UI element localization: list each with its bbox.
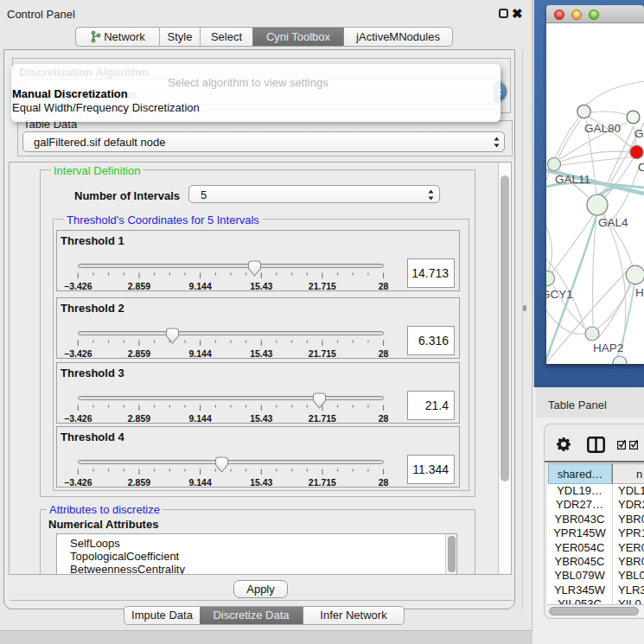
- svg-text:CR: CR: [638, 161, 644, 174]
- svg-text:GAL11: GAL11: [555, 173, 590, 186]
- svg-text:GA: GA: [634, 127, 644, 140]
- svg-text:GAL80: GAL80: [584, 122, 621, 135]
- svg-text:GAL4: GAL4: [598, 216, 628, 229]
- svg-text:HAP2: HAP2: [593, 341, 623, 354]
- svg-text:H: H: [635, 286, 644, 299]
- svg-text:GCY1: GCY1: [546, 288, 573, 301]
